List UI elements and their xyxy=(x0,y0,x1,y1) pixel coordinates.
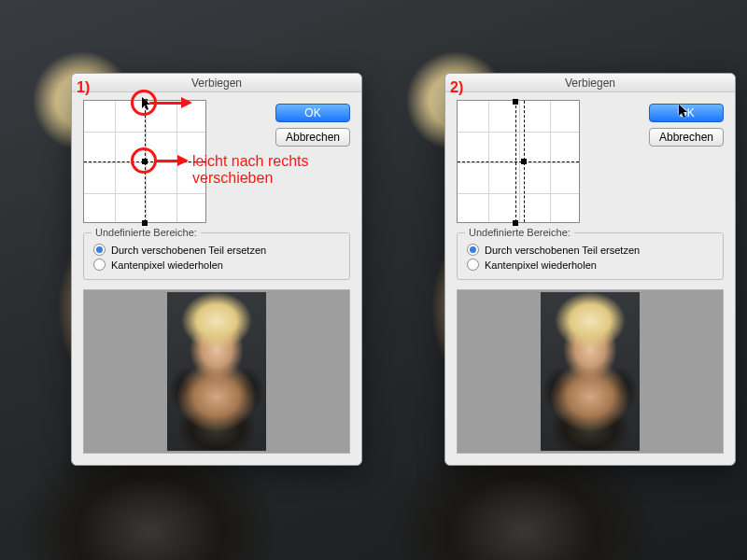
ok-button[interactable]: OK xyxy=(649,104,724,122)
step-label-2: 2) xyxy=(450,80,463,95)
dialog-verbiegen-1: Verbiegen OK Abbrechen Undefinie xyxy=(71,73,362,466)
annotation-circle-center xyxy=(131,147,157,174)
warp-grid[interactable] xyxy=(457,100,580,223)
radio-repeat-label: Kantenpixel wiederholen xyxy=(111,259,223,271)
radio-replace-label: Durch verschobenen Teil ersetzen xyxy=(485,245,640,256)
undefined-areas-group: Undefinierte Bereiche: Durch verschobene… xyxy=(83,232,350,280)
grid-handle-bottom[interactable] xyxy=(513,220,518,226)
dialog-title: Verbiegen xyxy=(445,74,735,92)
annotation-text-line1: leicht nach rechts xyxy=(192,153,309,170)
dialog-verbiegen-2: Verbiegen OK Abbrechen xyxy=(444,73,736,466)
radio-repeat-row[interactable]: Kantenpixel wiederholen xyxy=(467,259,713,271)
preview-area xyxy=(83,289,350,454)
radio-repeat[interactable] xyxy=(93,259,106,271)
group-title: Undefinierte Bereiche: xyxy=(465,227,574,238)
preview-image xyxy=(167,292,266,451)
radio-replace[interactable] xyxy=(467,244,479,256)
undefined-areas-group: Undefinierte Bereiche: Durch verschobene… xyxy=(457,232,724,280)
annotation-text: leicht nach rechts verschieben xyxy=(192,153,309,188)
radio-replace-row[interactable]: Durch verschobenen Teil ersetzen xyxy=(93,244,340,256)
grid-handle-top[interactable] xyxy=(513,99,518,105)
step-label-1: 1) xyxy=(77,80,90,95)
annotation-text-line2: verschieben xyxy=(192,170,309,187)
cancel-button[interactable]: Abbrechen xyxy=(649,128,724,147)
radio-replace-row[interactable]: Durch verschobenen Teil ersetzen xyxy=(467,244,713,256)
grid-handle-bottom[interactable] xyxy=(142,220,148,226)
dialog-title: Verbiegen xyxy=(72,74,361,92)
radio-replace[interactable] xyxy=(93,244,106,256)
group-title: Undefinierte Bereiche: xyxy=(92,227,201,238)
ok-button[interactable]: OK xyxy=(275,104,350,122)
grid-handle-center[interactable] xyxy=(521,159,527,164)
radio-repeat[interactable] xyxy=(467,259,479,271)
radio-replace-label: Durch verschobenen Teil ersetzen xyxy=(111,245,266,256)
cancel-button[interactable]: Abbrechen xyxy=(275,128,350,147)
radio-repeat-row[interactable]: Kantenpixel wiederholen xyxy=(93,259,340,271)
preview-area xyxy=(457,289,724,454)
radio-repeat-label: Kantenpixel wiederholen xyxy=(485,259,597,271)
preview-image xyxy=(541,292,640,451)
